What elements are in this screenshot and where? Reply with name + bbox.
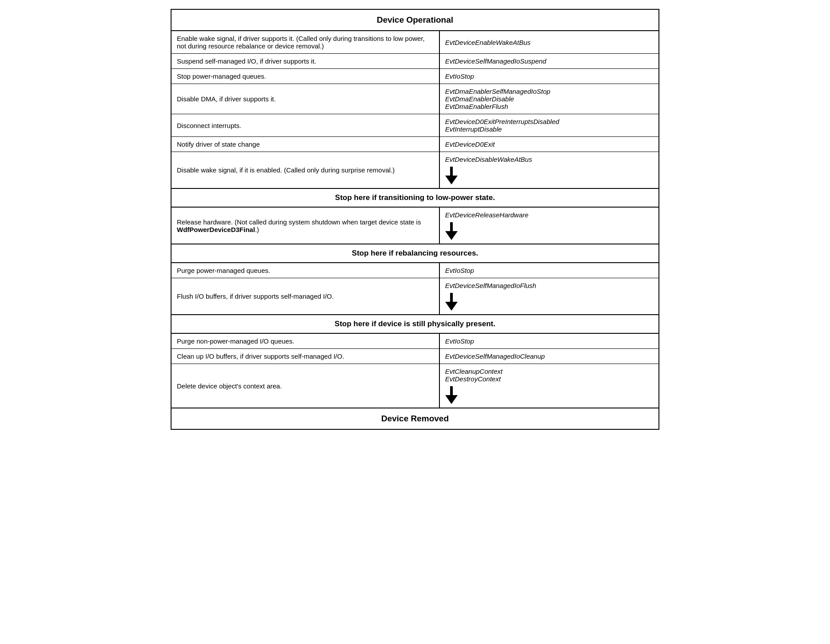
diagram-container: Device Operational Enable wake signal, i… xyxy=(171,9,659,430)
section1-table: Enable wake signal, if driver supports i… xyxy=(172,31,658,188)
section4-table: Purge non-power-managed I/O queues.EvtIo… xyxy=(172,334,658,408)
section2-table: Release hardware. (Not called during sys… xyxy=(172,208,658,244)
section3-table: Purge power-managed queues.EvtIoStopFlus… xyxy=(172,263,658,314)
page-footer: Device Removed xyxy=(172,408,658,429)
stop3-label: Stop here if device is still physically … xyxy=(172,314,658,334)
stop2-label: Stop here if rebalancing resources. xyxy=(172,244,658,263)
page-title: Device Operational xyxy=(172,10,658,31)
stop1-label: Stop here if transitioning to low-power … xyxy=(172,188,658,208)
